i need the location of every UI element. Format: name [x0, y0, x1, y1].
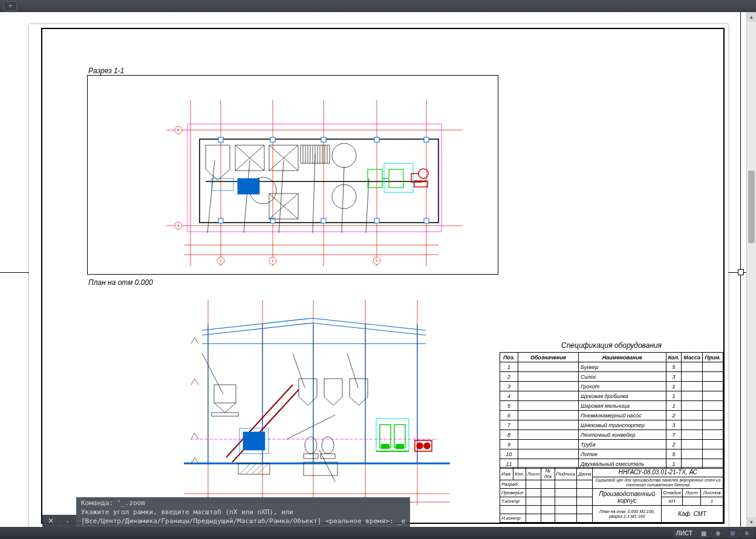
cell-name: Бункер — [579, 362, 666, 372]
svg-point-114 — [417, 443, 423, 449]
spec-h-mass: Масса — [682, 353, 703, 362]
layout-add-icon[interactable]: ⊕ — [711, 528, 725, 538]
stamp-code: ННГАСУ-08.03.01-21-ТХ, АС — [593, 468, 723, 477]
spec-title: Спецификация оборудования — [500, 341, 723, 350]
layout-grid-icon[interactable]: ▦ — [697, 528, 710, 538]
cell-mass — [682, 420, 703, 430]
stamp-project: Сырьевой цех для производства панелей вн… — [593, 477, 723, 489]
svg-line-97 — [347, 353, 358, 388]
svg-text:Б: Б — [177, 128, 180, 132]
svg-rect-101 — [238, 463, 270, 474]
command-controls: ✕ ⌄ — [42, 515, 76, 527]
cell-qty: 5 — [666, 362, 682, 372]
cell-mass — [682, 401, 703, 411]
cell-mass — [682, 449, 703, 459]
cell-des — [518, 382, 579, 391]
svg-rect-112 — [396, 444, 404, 449]
stamp-dept: Каф. СМТ — [661, 506, 723, 523]
recent-cmd-button[interactable]: ⌄ — [59, 515, 76, 527]
table-row: 9Труба2 — [500, 440, 723, 449]
scroll-up-button[interactable]: ▲ — [747, 12, 756, 22]
cell-pos: 10 — [500, 449, 518, 459]
cell-pos: 2 — [500, 372, 518, 382]
svg-rect-26 — [424, 137, 429, 142]
viewport-2[interactable] — [87, 288, 498, 514]
cell-mass — [682, 440, 703, 449]
cell-note — [703, 382, 723, 391]
table-row: 6Пневмокамерный насос2 — [500, 411, 723, 420]
command-history: Команда: '_.zoom Укажите угол рамки, вве… — [76, 497, 410, 527]
layout-tab-button[interactable]: ЛИСТ — [673, 528, 696, 538]
drawing-canvas[interactable]: Разрез 1-1 — [0, 12, 756, 527]
svg-rect-29 — [321, 218, 326, 223]
svg-rect-65 — [384, 163, 413, 192]
svg-line-95 — [202, 353, 223, 394]
drawing-plan: БА 123 — [88, 76, 498, 275]
svg-point-69 — [419, 169, 428, 178]
cell-note — [703, 440, 723, 449]
cell-mass — [682, 430, 703, 440]
cell-des — [518, 372, 579, 382]
svg-line-103 — [240, 463, 250, 474]
cell-name: Лоток — [579, 449, 666, 459]
cell-pos: 6 — [500, 411, 518, 420]
cell-note — [703, 420, 723, 430]
cell-note — [703, 449, 723, 459]
cell-pos: 8 — [500, 430, 518, 440]
status-menu-icon[interactable]: ≡ — [740, 528, 754, 538]
table-row: 8Ленточный конвейер7 — [500, 430, 723, 440]
cell-des — [518, 401, 579, 411]
cell-qty: 3 — [666, 372, 682, 382]
new-tab-button[interactable]: + — [4, 1, 17, 11]
cell-name: Грохот — [579, 382, 666, 391]
cell-qty: 7 — [666, 430, 682, 440]
cell-note — [703, 362, 723, 372]
drawing-section — [87, 288, 498, 514]
close-cmd-button[interactable]: ✕ — [42, 515, 59, 527]
settings-gear-icon[interactable]: ⚙ — [726, 528, 739, 538]
cell-name: Пневмокамерный насос — [579, 411, 666, 420]
cell-name: Труба — [579, 440, 666, 449]
cell-des — [518, 362, 579, 372]
svg-rect-67 — [389, 169, 403, 188]
svg-point-54 — [332, 185, 356, 209]
table-row: 1Бункер5 — [500, 362, 723, 372]
svg-rect-92 — [304, 454, 318, 459]
cell-name: Шнековый транспортер — [579, 420, 666, 430]
specification-table: Спецификация оборудования Поз. Обозначен… — [500, 341, 723, 469]
svg-rect-66 — [368, 169, 382, 188]
cell-mass — [682, 382, 703, 391]
svg-line-58 — [279, 160, 284, 233]
view-label-section: Разрез 1-1 — [88, 67, 124, 75]
scroll-track[interactable] — [747, 22, 756, 517]
cell-qty: 2 — [666, 411, 682, 420]
svg-rect-23 — [270, 137, 275, 142]
svg-rect-24 — [321, 137, 326, 142]
svg-line-59 — [313, 154, 315, 233]
table-row: 2Силос3 — [500, 372, 723, 382]
svg-point-115 — [424, 443, 430, 449]
cell-note — [703, 430, 723, 440]
cell-pos: 5 — [500, 401, 518, 411]
svg-line-89 — [232, 390, 299, 462]
spec-h-note: Прим. — [703, 353, 723, 362]
cell-mass — [682, 411, 703, 420]
vertical-scrollbar[interactable]: ▲ ▼ — [746, 12, 756, 527]
svg-rect-111 — [381, 444, 389, 449]
viewport-1[interactable]: БА 123 — [87, 75, 498, 275]
svg-rect-31 — [424, 218, 429, 223]
spec-h-qty: Кол. — [666, 353, 682, 362]
cell-mass — [682, 362, 703, 372]
svg-line-57 — [244, 160, 250, 233]
scroll-thumb[interactable] — [748, 171, 755, 243]
stamp-main: Производственный корпус — [593, 489, 662, 506]
scroll-down-button[interactable]: ▼ — [747, 517, 756, 527]
spec-h-name: Наименование — [579, 353, 666, 362]
svg-rect-25 — [374, 137, 379, 142]
cell-note — [703, 391, 723, 401]
svg-rect-63 — [238, 178, 259, 194]
cell-des — [518, 449, 579, 459]
svg-line-56 — [207, 160, 215, 233]
cell-name: Шаровая мельница — [579, 401, 666, 411]
cell-pos: 7 — [500, 420, 518, 430]
